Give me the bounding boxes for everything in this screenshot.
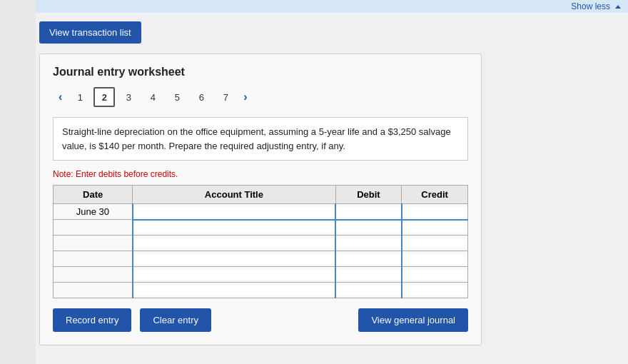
account-input-2[interactable]	[133, 223, 335, 233]
note-text: Note: Enter debits before credits.	[53, 169, 468, 179]
page-6[interactable]: 6	[191, 87, 212, 107]
main-content: View transaction list Journal entry work…	[0, 13, 628, 345]
top-bar: Show less	[0, 0, 628, 13]
account-input-3[interactable]	[133, 238, 335, 248]
description-box: Straight-line depreciation on the office…	[53, 117, 468, 161]
debit-cell-6[interactable]	[335, 283, 402, 298]
view-transaction-button[interactable]: View transaction list	[39, 21, 141, 44]
buttons-row: Record entry Clear entry View general jo…	[53, 308, 468, 332]
col-credit: Credit	[402, 186, 468, 204]
account-cell-2[interactable]	[133, 220, 335, 236]
btn-left-group: Record entry Clear entry	[53, 308, 211, 332]
table-row: June 30	[54, 204, 468, 220]
page-3[interactable]: 3	[118, 87, 139, 107]
account-input-5[interactable]	[133, 270, 335, 280]
description-text: Straight-line depreciation on the office…	[62, 126, 451, 151]
date-cell-1: June 30	[54, 204, 133, 220]
account-input-1[interactable]	[133, 207, 335, 217]
date-cell-6	[54, 283, 133, 298]
account-cell-6[interactable]	[133, 283, 335, 298]
show-less-label: Show less	[571, 1, 610, 11]
clear-entry-button[interactable]: Clear entry	[140, 308, 211, 332]
debit-input-3[interactable]	[336, 238, 401, 248]
account-cell-1[interactable]	[133, 204, 335, 220]
table-row	[54, 220, 468, 236]
debit-cell-4[interactable]	[335, 251, 402, 267]
pagination: ‹ 1 2 3 4 5 6 7 ›	[53, 87, 468, 107]
col-date: Date	[54, 186, 133, 204]
credit-input-4[interactable]	[402, 254, 467, 264]
credit-cell-3[interactable]	[402, 236, 468, 251]
debit-cell-3[interactable]	[335, 236, 402, 251]
credit-cell-5[interactable]	[402, 267, 468, 283]
debit-input-5[interactable]	[336, 270, 401, 280]
worksheet-card: Journal entry worksheet ‹ 1 2 3 4 5 6 7 …	[39, 54, 482, 345]
table-row	[54, 251, 468, 267]
date-cell-3	[54, 236, 133, 251]
credit-input-3[interactable]	[402, 238, 467, 248]
credit-cell-2[interactable]	[402, 220, 468, 236]
debit-input-4[interactable]	[336, 254, 401, 264]
show-less-button[interactable]: Show less	[571, 1, 621, 11]
table-row	[54, 236, 468, 251]
journal-table: Date Account Title Debit Credit June 30	[53, 185, 468, 298]
page-4[interactable]: 4	[142, 87, 163, 107]
account-cell-3[interactable]	[133, 236, 335, 251]
prev-page-button[interactable]: ‹	[53, 88, 68, 106]
debit-cell-5[interactable]	[335, 267, 402, 283]
page-5[interactable]: 5	[166, 87, 188, 107]
debit-cell-2[interactable]	[335, 220, 402, 236]
date-cell-4	[54, 251, 133, 267]
debit-input-2[interactable]	[336, 223, 401, 233]
table-row	[54, 267, 468, 283]
worksheet-title: Journal entry worksheet	[53, 66, 468, 79]
page-7[interactable]: 7	[215, 87, 236, 107]
arrow-up-icon	[615, 5, 621, 9]
record-entry-button[interactable]: Record entry	[53, 308, 131, 332]
col-debit: Debit	[335, 186, 402, 204]
left-sidebar	[0, 0, 36, 364]
next-page-button[interactable]: ›	[238, 88, 253, 106]
account-input-4[interactable]	[133, 254, 335, 264]
debit-input-6[interactable]	[336, 285, 401, 295]
credit-cell-6[interactable]	[402, 283, 468, 298]
account-cell-4[interactable]	[133, 251, 335, 267]
credit-input-5[interactable]	[402, 270, 467, 280]
page-1[interactable]: 1	[69, 87, 91, 107]
credit-input-2[interactable]	[402, 223, 467, 233]
date-cell-5	[54, 267, 133, 283]
date-cell-2	[54, 220, 133, 236]
debit-input-1[interactable]	[336, 207, 401, 217]
credit-input-1[interactable]	[402, 207, 467, 217]
debit-cell-1[interactable]	[335, 204, 402, 220]
credit-cell-4[interactable]	[402, 251, 468, 267]
table-header-row: Date Account Title Debit Credit	[54, 186, 468, 204]
col-account: Account Title	[133, 186, 335, 204]
account-cell-5[interactable]	[133, 267, 335, 283]
table-row	[54, 283, 468, 298]
view-general-journal-button[interactable]: View general journal	[358, 308, 468, 332]
credit-cell-1[interactable]	[402, 204, 468, 220]
account-input-6[interactable]	[133, 285, 335, 295]
page-2[interactable]: 2	[93, 87, 115, 107]
credit-input-6[interactable]	[402, 285, 467, 295]
